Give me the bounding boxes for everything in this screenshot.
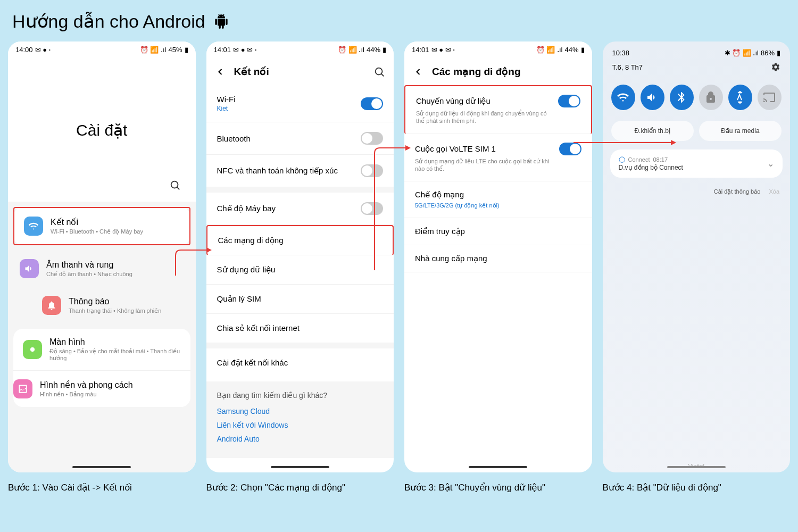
row-icon: [42, 296, 61, 315]
conn-row-0[interactable]: Wi-FiKiet: [206, 85, 394, 122]
svg-line-1: [177, 187, 179, 190]
toggle[interactable]: [361, 202, 383, 215]
screen-1-settings: 14:00 ✉ ●• ⏰ 📶 ․ıl 45%▮ Cài đặt Kết nốiW…: [8, 41, 196, 472]
qs-bluetooth[interactable]: [670, 85, 694, 110]
media-output-button[interactable]: Đầu ra media: [699, 121, 782, 141]
row-title: Sử dụng dữ liệu: [217, 265, 384, 275]
caption-3: Bước 3: Bật "Chuyển vùng dữ liệu": [404, 482, 592, 493]
status-time: 14:01: [412, 46, 429, 54]
qs-lock[interactable]: [699, 85, 723, 110]
search-icon[interactable]: [169, 179, 181, 191]
row-title: Cài đặt kết nối khác: [217, 358, 384, 368]
chevron-down-icon[interactable]: ⌄: [767, 159, 774, 169]
android-icon: [214, 14, 229, 29]
mobnet-row-2[interactable]: Chế độ mạng 5G/LTE/3G/2G (tự động kết nố…: [404, 181, 592, 218]
status-bar: 14:00 ✉ ●• ⏰ 📶 ․ıl 45%▮: [8, 41, 196, 58]
row-title: Chia sẻ kết nối internet: [217, 323, 384, 333]
device-control-button[interactable]: Đ.khiển th.bị: [611, 121, 694, 141]
caption-2: Bước 2: Chọn "Các mạng di động": [206, 482, 394, 493]
row-title: NFC và thanh toán không tiếp xúc: [217, 166, 361, 176]
conn-row-7[interactable]: Chia sẻ kết nối internet: [206, 314, 394, 343]
row-subtitle: Sử dụng dữ liệu di động khi đang chuyển …: [416, 110, 580, 125]
toggle[interactable]: [559, 143, 581, 155]
row-subtitle: 5G/LTE/3G/2G (tự động kết nối): [415, 202, 581, 209]
screen-2-connections: 14:01 ✉ ● ✉• ⏰ 📶 ․ıl 44%▮ Kết nối Wi-FiK…: [206, 41, 394, 472]
toggle[interactable]: [361, 97, 383, 110]
status-right: ⏰ 📶 ․ıl 45%▮: [140, 46, 188, 54]
toggle[interactable]: [558, 95, 580, 107]
notification-card[interactable]: ◯ Connect 08:17 D.vụ đồng bộ Connect ⌄: [610, 149, 783, 178]
row-subtitle: Wi-Fi • Bluetooth • Chế độ Máy bay: [51, 228, 180, 235]
back-icon[interactable]: [215, 66, 226, 77]
conn-row-2[interactable]: NFC và thanh toán không tiếp xúc: [206, 155, 394, 187]
row-title: Cuộc gọi VoLTE SIM 1: [415, 144, 496, 154]
conn-row-3[interactable]: Chế độ Máy bay: [206, 193, 394, 225]
row-title: Điểm truy cập: [415, 227, 465, 236]
page-title: Hướng dẫn cho Android: [12, 11, 205, 32]
nav-bar[interactable]: [667, 466, 726, 468]
settings-row-1[interactable]: Âm thanh và rungChế độ âm thanh • Nhạc c…: [10, 251, 194, 287]
qs-cast[interactable]: [758, 85, 782, 110]
row-title: Các mạng di động: [218, 236, 383, 245]
toggle[interactable]: [361, 132, 383, 145]
qs-sound[interactable]: [641, 85, 664, 110]
clear-button[interactable]: Xóa: [769, 188, 779, 195]
row-title: Màn hình: [49, 337, 181, 347]
row-title: Nhà cung cấp mạng: [415, 254, 487, 263]
notif-settings-link[interactable]: Cài đặt thông báo: [714, 188, 761, 195]
mobnet-row-3[interactable]: Điểm truy cập: [404, 218, 592, 245]
connections-list: Wi-FiKiet Bluetooth NFC và thanh toán kh…: [206, 85, 394, 377]
gear-icon[interactable]: [771, 62, 780, 72]
conn-row-8[interactable]: Cài đặt kết nối khác: [206, 348, 394, 377]
mobile-networks-list: Chuyển vùng dữ liệu Sử dụng dữ liệu di đ…: [404, 85, 592, 272]
footer-link[interactable]: Liên kết với Windows: [217, 421, 384, 429]
page-title-row: Hướng dẫn cho Android: [8, 11, 790, 32]
conn-row-6[interactable]: Quản lý SIM: [206, 285, 394, 314]
toggle[interactable]: [361, 164, 383, 177]
row-icon: [20, 259, 39, 278]
status-time: 14:00: [15, 46, 33, 54]
footer-link[interactable]: Samsung Cloud: [217, 407, 384, 415]
settings-row-3[interactable]: Màn hìnhĐộ sáng • Bảo vệ cho mắt thoải m…: [13, 329, 190, 370]
row-subtitle: Độ sáng • Bảo vệ cho mắt thoải mái • Tha…: [49, 348, 181, 362]
conn-row-5[interactable]: Sử dụng dữ liệu: [206, 255, 394, 285]
notif-app-name: ◯ Connect 08:17: [619, 156, 683, 163]
nav-bar[interactable]: [72, 466, 131, 468]
row-icon: [24, 217, 43, 236]
qs-data[interactable]: [728, 85, 752, 110]
row-subtitle: Chế độ âm thanh • Nhạc chuông: [46, 271, 184, 278]
back-icon[interactable]: [413, 66, 423, 77]
settings-row-2[interactable]: Thông báoThanh trạng thái • Không làm ph…: [42, 287, 194, 323]
settings-header: Cài đặt: [8, 58, 196, 202]
screen-3-mobile-networks: 14:01 ✉ ● ✉• ⏰ 📶 ․ıl 44%▮ Các mạng di độ…: [404, 41, 592, 472]
row-title: Wi-Fi: [217, 95, 361, 104]
row-subtitle: Sử dụng mạng dữ liệu LTE cho cuộc gọi bấ…: [415, 157, 581, 173]
svg-line-3: [381, 73, 384, 76]
status-time: 10:38: [612, 49, 630, 57]
status-time: 14:01: [214, 46, 231, 54]
row-icon: [13, 379, 32, 398]
nav-bar[interactable]: [469, 466, 527, 468]
row-subtitle: Thanh trạng thái • Không làm phiền: [69, 307, 184, 314]
caption-4: Bước 4: Bật "Dữ liệu di động": [603, 482, 791, 493]
qs-wifi[interactable]: [611, 85, 635, 110]
row-title: Chuyển vùng dữ liệu: [416, 96, 491, 106]
header: Kết nối: [206, 58, 394, 85]
qs-header: 10:38 ✱ ⏰ 📶 ․ıl 86%▮ T.6, 8 Th7: [603, 41, 791, 77]
settings-row-0[interactable]: Kết nốiWi-Fi • Bluetooth • Chế độ Máy ba…: [13, 207, 190, 245]
mobnet-row-1[interactable]: Cuộc gọi VoLTE SIM 1 Sử dụng mạng dữ liệ…: [404, 134, 592, 182]
screen-title: Kết nối: [234, 65, 365, 78]
conn-row-1[interactable]: Bluetooth: [206, 122, 394, 155]
nav-bar[interactable]: [271, 466, 329, 468]
screens-container: 14:00 ✉ ●• ⏰ 📶 ․ıl 45%▮ Cài đặt Kết nốiW…: [8, 41, 790, 472]
conn-row-4[interactable]: Các mạng di động: [206, 225, 394, 255]
mobnet-row-4[interactable]: Nhà cung cấp mạng: [404, 245, 592, 272]
row-title: Thông báo: [69, 297, 184, 306]
settings-list: Kết nốiWi-Fi • Bluetooth • Chế độ Máy ba…: [8, 202, 196, 472]
settings-row-4[interactable]: Hình nền và phong cáchHình nền • Bảng mà…: [13, 370, 190, 407]
footer-link[interactable]: Android Auto: [217, 435, 384, 443]
mobnet-row-0[interactable]: Chuyển vùng dữ liệu Sử dụng dữ liệu di đ…: [404, 85, 592, 134]
status-bar: 14:01 ✉ ● ✉• ⏰ 📶 ․ıl 44%▮: [404, 41, 592, 58]
caption-1: Bước 1: Vào Cài đặt -> Kết nối: [8, 482, 196, 493]
search-icon[interactable]: [373, 66, 385, 78]
